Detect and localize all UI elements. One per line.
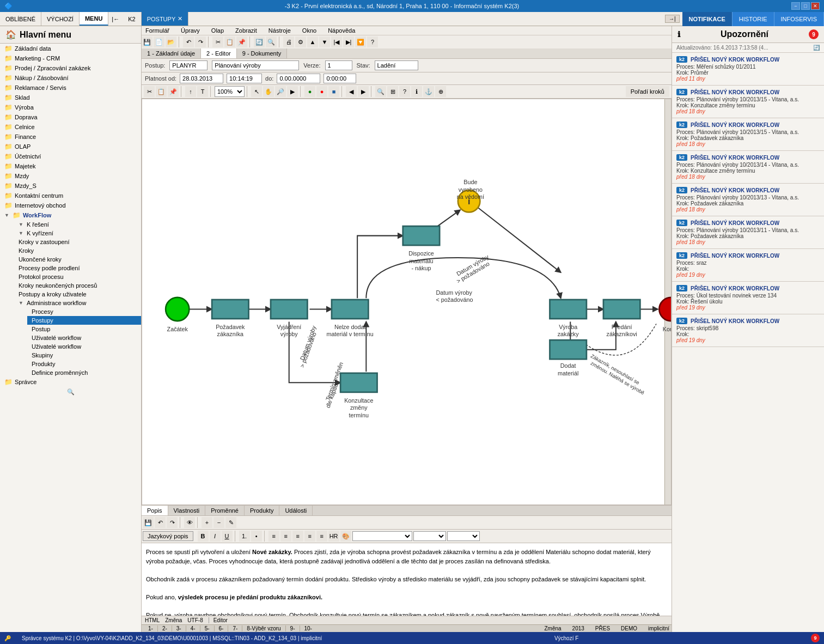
date2-input[interactable] xyxy=(277,74,320,83)
tb-refresh[interactable]: 🔄 xyxy=(254,37,265,47)
sidebar-item-nakup[interactable]: 📁 Nákup / Zásobování xyxy=(0,73,141,83)
dt-move[interactable]: ✋ xyxy=(263,86,274,97)
fmt-underline[interactable]: U xyxy=(222,531,233,542)
menu-zobrazit[interactable]: Zobrazit xyxy=(234,27,259,34)
fmt-hr[interactable]: HR xyxy=(328,531,339,542)
diagram-canvas[interactable]: i Požadavek xyxy=(142,99,672,505)
sidebar-item-kroky-neuk[interactable]: Kroky neukončených procesů xyxy=(14,281,141,290)
sidebar-item-prodej[interactable]: 📁 Prodej / Zpracování zakázek xyxy=(0,63,141,73)
dt-redo2[interactable]: ↷ xyxy=(167,517,178,528)
notification-item[interactable]: k2 PŘIŠEL NOVÝ KROK WORKFLOW Proces: Plá… xyxy=(672,86,824,118)
tab-zakladni[interactable]: 1 - Základní údaje xyxy=(142,48,201,58)
fmt-ul[interactable]: • xyxy=(251,531,262,542)
dt-add[interactable]: + xyxy=(202,517,212,528)
dt-play[interactable]: ▶ xyxy=(287,86,298,97)
bottom-tab-vlastnosti[interactable]: Vlastnosti xyxy=(168,506,206,515)
sidebar-item-mzdy-s[interactable]: 📁 Mzdy_S xyxy=(0,181,141,191)
dt-text[interactable]: T xyxy=(197,86,208,97)
dt-paste[interactable]: 📌 xyxy=(168,86,179,97)
dt-arrow-left[interactable]: ◀ xyxy=(346,86,357,97)
menu-upravy[interactable]: Úpravy xyxy=(179,27,202,34)
notification-item[interactable]: k2 PŘIŠEL NOVÝ KROK WORKFLOW Proces: Plá… xyxy=(672,216,824,249)
postup-input[interactable] xyxy=(169,60,207,70)
dt-preview[interactable]: 👁 xyxy=(184,517,195,528)
sidebar-item-marketing[interactable]: 📁 Marketing - CRM xyxy=(0,53,141,63)
fmt-paint[interactable]: 🎨 xyxy=(340,531,351,542)
tb-help[interactable]: ? xyxy=(367,37,378,47)
sidebar-item-vyroba[interactable]: 📁 Výroba xyxy=(0,102,141,112)
tab-notifikace[interactable]: NOTIFIKACE xyxy=(682,12,733,26)
tab-menu[interactable]: MENU xyxy=(80,12,108,26)
dt-del[interactable]: − xyxy=(213,517,224,528)
sidebar-item-internet[interactable]: 📁 Internetový obchod xyxy=(0,201,141,210)
sidebar-item-procesy-prodleni[interactable]: Procesy podle prodlení xyxy=(14,264,141,272)
menu-napoveda[interactable]: Nápověda xyxy=(326,27,357,34)
tb-open[interactable]: 📂 xyxy=(166,37,176,47)
fmt-align-full[interactable]: ≡ xyxy=(316,531,327,542)
notification-item[interactable]: k2 PŘIŠEL NOVÝ KROK WORKFLOW Proces: Plá… xyxy=(672,184,824,216)
sidebar-item-definice[interactable]: Definice proměnných xyxy=(27,368,141,377)
tb-copy[interactable]: 📋 xyxy=(224,37,235,47)
poradi-kroku-btn[interactable]: Pořadí kroků xyxy=(626,86,669,97)
menu-olap[interactable]: Olap xyxy=(210,27,225,34)
sidebar-item-uzivatele2[interactable]: Uživatelé workflow xyxy=(27,342,141,351)
tb-undo[interactable]: ↶ xyxy=(183,37,194,47)
maximize-button[interactable]: □ xyxy=(801,2,810,10)
tab-historie[interactable]: HISTORIE xyxy=(733,12,774,26)
sidebar-item-majetek[interactable]: 📁 Majetek xyxy=(0,161,141,171)
refresh-icon[interactable]: 🔄 xyxy=(813,45,820,51)
sidebar-item-postup[interactable]: Postup xyxy=(27,325,141,333)
tab-infoservis[interactable]: INFOSERVIS xyxy=(774,12,824,26)
sidebar-item-kroky[interactable]: Kroky xyxy=(14,246,141,255)
dt-cursor[interactable]: ↖ xyxy=(251,86,262,97)
notification-item[interactable]: k2 PŘIŠEL NOVÝ KROK WORKFLOW Proces: skr… xyxy=(672,314,824,347)
sidebar-item-reklamace[interactable]: 📁 Reklamace / Servis xyxy=(0,83,141,93)
dt-zoom-out[interactable]: 🔍 xyxy=(375,86,386,97)
postup-desc-input[interactable] xyxy=(212,60,299,70)
sidebar-item-zakladni[interactable]: 📁 Základní data xyxy=(0,44,141,53)
dt-zoom-fit[interactable]: ⊞ xyxy=(387,86,398,97)
tb-settings[interactable]: ⚙ xyxy=(295,37,306,47)
minimize-button[interactable]: − xyxy=(791,2,800,10)
tb-paste[interactable]: 📌 xyxy=(236,37,247,47)
bottom-tab-produkty[interactable]: Produkty xyxy=(245,506,279,515)
sidebar-item-ukoncene[interactable]: Ukončené kroky xyxy=(14,255,141,264)
notification-item[interactable]: k2 PŘIŠEL NOVÝ KROK WORKFLOW Proces: Plá… xyxy=(672,118,824,151)
scrollbar-v[interactable] xyxy=(664,99,671,505)
dt-circle-red[interactable]: ● xyxy=(316,86,327,97)
dt-edit[interactable]: ✎ xyxy=(225,517,236,528)
tb-first[interactable]: |◀ xyxy=(331,37,342,47)
tab-k2[interactable]: K2 xyxy=(123,12,141,26)
sidebar-item-doprava[interactable]: 📁 Doprava xyxy=(0,112,141,122)
sidebar-item-olap[interactable]: 📁 OLAP xyxy=(0,142,141,151)
fmt-align-justify[interactable]: ≡ xyxy=(304,531,315,542)
zoom-select[interactable]: 100% 75% 125% 150% xyxy=(215,86,245,97)
sidebar-item-postupy-admin[interactable]: Postupy xyxy=(27,316,141,325)
tb-redo[interactable]: ↷ xyxy=(195,37,206,47)
sidebar-item-kroky-zast[interactable]: Kroky v zastoupení xyxy=(14,238,141,246)
dt-undo2[interactable]: ↶ xyxy=(155,517,166,528)
notification-item[interactable]: k2 PŘIŠEL NOVÝ KROK WORKFLOW Proces: Plá… xyxy=(672,151,824,184)
tab-postupy[interactable]: POSTUPY ✕ xyxy=(142,12,189,26)
sidebar-item-spravce[interactable]: 📁 Správce xyxy=(0,377,141,387)
sidebar-item-sklad[interactable]: 📁 Sklad xyxy=(0,93,141,102)
sidebar-item-postupy-kroky[interactable]: Postupy a kroky uživatele xyxy=(14,290,141,299)
bottom-tab-popis[interactable]: Popis xyxy=(142,506,168,515)
sidebar-item-produkty[interactable]: Produkty xyxy=(27,360,141,368)
dt-square-blue[interactable]: ■ xyxy=(328,86,339,97)
bottom-tab-promenne[interactable]: Proměnné xyxy=(205,506,245,515)
fmt-bold[interactable]: B xyxy=(198,531,209,542)
sidebar-item-workflow[interactable]: ▼ 📁 WorkFlow xyxy=(0,210,141,220)
sidebar-item-admin[interactable]: ▼ Administrace workflow xyxy=(14,299,141,307)
tb-search[interactable]: 🔍 xyxy=(266,37,277,47)
tb-last[interactable]: ▶| xyxy=(343,37,354,47)
menu-formular[interactable]: Formulář xyxy=(144,27,171,34)
sidebar-item-kontakt[interactable]: 📁 Kontaktní centrum xyxy=(0,191,141,201)
dt-anchor[interactable]: ⚓ xyxy=(423,86,434,97)
sidebar-item-kyrizeni[interactable]: ▼ K vyřízení xyxy=(14,229,141,238)
bottom-tab-udalosti[interactable]: Události xyxy=(279,506,313,515)
tab-vychozi[interactable]: VÝCHOZÍ xyxy=(41,12,80,26)
time-input[interactable] xyxy=(227,74,262,83)
sidebar-item-uzivatele1[interactable]: Uživatelé workflow xyxy=(27,333,141,342)
dt-copy[interactable]: 📋 xyxy=(156,86,167,97)
